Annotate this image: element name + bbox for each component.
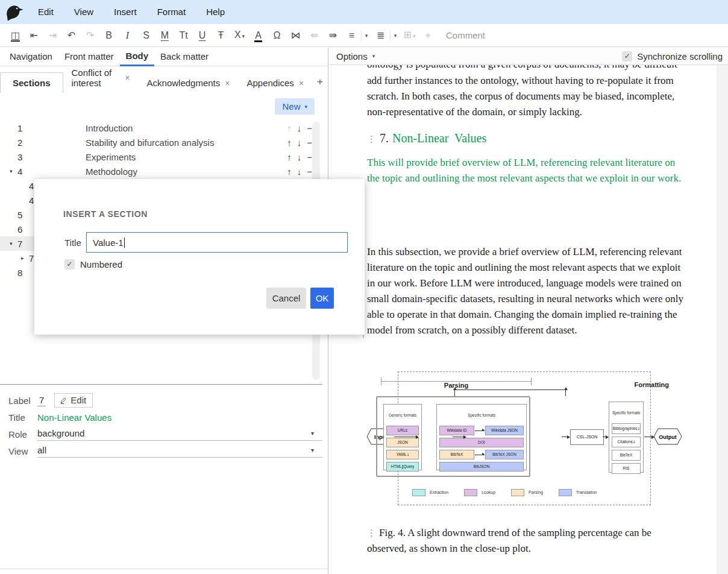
format-box: JSON (386, 438, 419, 447)
tab-conflict-of-interest[interactable]: Conflict of interest× (63, 63, 139, 93)
caret-down-icon: ▾ (372, 53, 375, 59)
add-tab-button[interactable]: + (312, 71, 328, 93)
caret-down-icon: ▾ (304, 104, 307, 110)
close-icon[interactable]: × (299, 78, 304, 88)
move-up-icon[interactable]: ↑ (287, 152, 292, 162)
close-icon[interactable]: × (125, 73, 130, 83)
paragraph[interactable]: In this subsection, we provide a brief o… (363, 244, 686, 338)
document-options-bar: Options ▾ ✓ Synchronize scrolling (329, 48, 728, 65)
abstract-placeholder-paragraph[interactable]: This will provide brief overview of LLM,… (367, 155, 686, 186)
tab-sections[interactable]: Sections (0, 72, 63, 93)
menubar: Edit View Insert Format Help (0, 0, 728, 24)
section-heading[interactable]: ⋮ 7. Non-Linear Values (367, 130, 686, 147)
arrow-icon (475, 455, 485, 455)
cancel-button[interactable]: Cancel (266, 288, 306, 309)
inline-node-icon[interactable]: ⋈ (286, 29, 305, 42)
expand-closed-icon[interactable]: ▸ (21, 255, 29, 261)
section-row[interactable]: 1 Introduction ↑↓− (0, 121, 328, 135)
format-box: Bibliographies2 (612, 423, 641, 434)
underline-icon[interactable]: U (193, 29, 212, 42)
document-canvas[interactable]: ontology is populated from a given corpu… (329, 65, 717, 574)
ok-button[interactable]: OK (310, 288, 334, 309)
section-title: Methodology (86, 166, 287, 177)
section-title: Introduction (86, 123, 287, 133)
unordered-list-caret-icon[interactable]: ▾ (361, 30, 371, 41)
section-row[interactable]: 2 Stability and bifurcation analysis ↑↓− (0, 135, 328, 150)
figure-caption[interactable]: ⋮Fig. 4. A slight downward trend of the … (367, 525, 686, 557)
arrow-icon (394, 437, 418, 437)
specific-formats-group: Specific formats Wikidata ID Wikidata JS… (436, 404, 527, 470)
close-icon[interactable]: × (225, 78, 230, 88)
arrow-icon (475, 430, 485, 431)
italic-icon[interactable]: I (118, 29, 137, 42)
figure-image[interactable]: Input Output Parsing Formatting (366, 371, 682, 505)
small-caps-icon[interactable]: Tt (174, 29, 193, 42)
format-box: URLs (386, 426, 419, 435)
move-down-icon[interactable]: ↓ (297, 152, 302, 162)
menu-edit[interactable]: Edit (28, 0, 64, 24)
menu-view[interactable]: View (64, 0, 104, 24)
strikethrough-icon[interactable]: S (137, 29, 155, 42)
indent-icon[interactable]: ⇛ (324, 29, 342, 42)
ordered-list-icon[interactable]: ≣ (371, 29, 390, 42)
heading-title[interactable]: Non-Linear Values (392, 130, 486, 146)
drag-handle-icon[interactable]: ⋮ (367, 528, 376, 538)
tab-back-matter[interactable]: Back matter (154, 48, 215, 65)
undo-icon[interactable]: ↶ (62, 29, 81, 42)
paragraph[interactable]: add further instances to the ontology, w… (367, 73, 686, 120)
expand-open-icon[interactable]: ▾ (10, 168, 17, 174)
jump-previous-icon[interactable]: ⇤ (25, 29, 43, 42)
title-input[interactable]: Value-1 (86, 232, 348, 253)
monospace-icon[interactable]: M (155, 29, 174, 42)
overline-icon[interactable]: Ŧ (212, 29, 230, 42)
subscript-superscript-icon[interactable]: X▾ (230, 28, 249, 43)
layout-toggle-icon[interactable]: ◫ (6, 29, 25, 42)
output-formats-group: Specific formats Bibliographies2 Citatio… (609, 402, 644, 473)
synchronize-scrolling-checkbox[interactable]: ✓ (622, 51, 632, 62)
document-scrollbar[interactable] (717, 65, 728, 574)
move-icon: ⌖ (419, 29, 438, 42)
remove-icon[interactable]: − (307, 152, 312, 162)
format-box: YAML1 (386, 450, 419, 459)
menu-format[interactable]: Format (147, 0, 196, 24)
numbered-checkbox[interactable]: ✓ (64, 259, 75, 270)
font-color-icon[interactable]: A (249, 29, 268, 42)
unordered-list-icon[interactable]: ≡ (342, 29, 361, 42)
title-field-label: Title (64, 238, 86, 248)
section-title: Experiments (86, 152, 287, 162)
tab-appendices[interactable]: Appendices× (238, 73, 312, 93)
ordered-list-caret-icon[interactable]: ▾ (390, 30, 400, 41)
format-box: Citations2 (612, 437, 641, 447)
role-select[interactable]: background ▾ (37, 428, 322, 441)
section-number: 3 (17, 152, 86, 162)
move-down-icon[interactable]: ↓ (297, 166, 302, 177)
tab-navigation[interactable]: Navigation (4, 48, 58, 65)
bold-icon[interactable]: B (99, 29, 118, 42)
options-dropdown[interactable]: Options ▾ (336, 51, 375, 62)
remove-icon[interactable]: − (307, 166, 312, 177)
view-select[interactable]: all ▾ (37, 445, 322, 458)
remove-icon[interactable]: − (307, 123, 312, 133)
menu-help[interactable]: Help (196, 0, 235, 24)
move-down-icon[interactable]: ↓ (297, 123, 302, 133)
drag-handle-icon[interactable]: ⋮ (367, 131, 376, 147)
format-box: BibTeX (439, 450, 474, 459)
new-section-button[interactable]: New▾ (275, 98, 315, 115)
label-value[interactable]: 7 (37, 395, 46, 406)
move-down-icon[interactable]: ↓ (297, 137, 302, 148)
insert-section-dialog: INSERT A SECTION Title Value-1 ✓ Numbere… (34, 179, 365, 335)
tab-acknowledgments[interactable]: Acknowledgments× (139, 73, 239, 93)
section-row[interactable]: 3 Experiments ↑↓− (0, 150, 328, 164)
menu-insert[interactable]: Insert (104, 0, 147, 24)
move-up-icon[interactable]: ↑ (287, 137, 292, 148)
heading-number: 7. (380, 130, 389, 146)
edit-label-button[interactable]: Edit (54, 393, 93, 408)
formatting-toolbar: ◫ ⇤ ⇥ ↶ ↷ B I S M Tt U Ŧ X▾ A Ω ⋈ ⇚ ⇛ ≡ … (0, 24, 728, 47)
remove-icon[interactable]: − (307, 137, 312, 148)
move-up-icon[interactable]: ↑ (287, 166, 292, 177)
expand-open-icon[interactable]: ▾ (10, 241, 17, 247)
section-row[interactable]: ▾ 4 Methodology ↑↓− (0, 164, 328, 178)
feedback-line (454, 390, 455, 396)
special-character-icon[interactable]: Ω (268, 29, 286, 42)
title-value[interactable]: Non-Linear Values (37, 412, 111, 423)
